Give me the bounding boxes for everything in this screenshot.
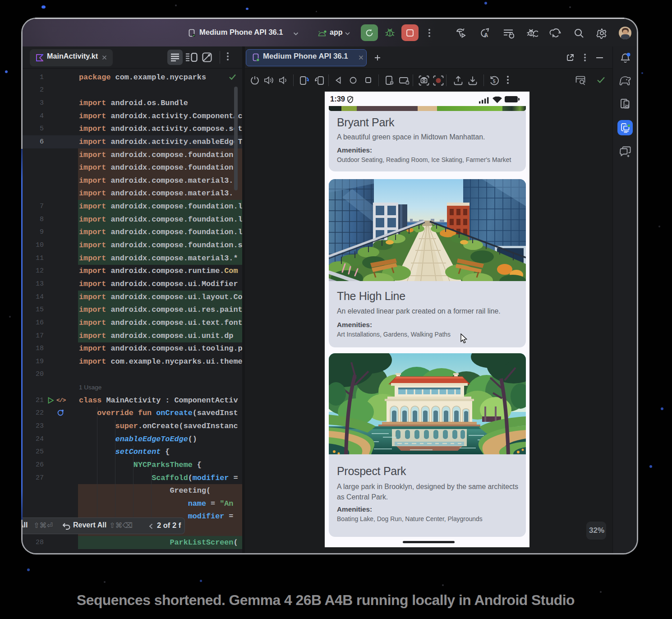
- svg-text:5: 5: [493, 79, 496, 84]
- svg-text:A: A: [484, 32, 488, 38]
